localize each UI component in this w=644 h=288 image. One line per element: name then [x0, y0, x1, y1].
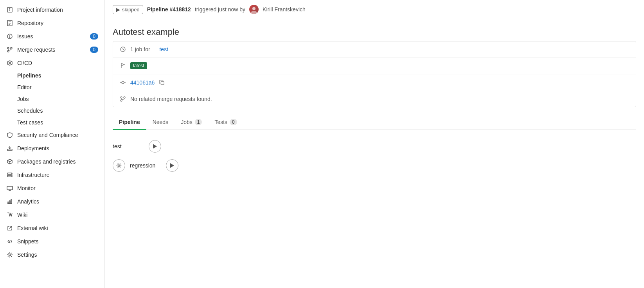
sidebar-label-merge-requests: Merge requests: [17, 47, 86, 53]
sidebar-subitem-schedules[interactable]: Schedules: [0, 105, 104, 117]
svg-point-36: [9, 254, 11, 256]
pipeline-header: ▶ skipped Pipeline #418812 triggered jus…: [105, 0, 644, 19]
svg-point-12: [7, 50, 9, 52]
shield-icon: [6, 131, 13, 139]
tab-jobs[interactable]: Jobs 1: [174, 115, 208, 130]
wiki-icon: [6, 211, 13, 218]
svg-line-17: [10, 160, 12, 162]
clock-icon: [119, 46, 126, 52]
monitor-icon: [6, 185, 13, 192]
merge-requests-icon: [6, 46, 13, 53]
job-divider: [113, 156, 636, 156]
commit-hash-link[interactable]: 441061a6: [130, 79, 155, 86]
sidebar-item-security[interactable]: Security and Compliance: [0, 128, 104, 142]
svg-line-31: [8, 240, 9, 241]
sidebar-item-packages[interactable]: Packages and registries: [0, 155, 104, 168]
merge-request-icon: [119, 96, 126, 102]
sidebar-item-external-wiki[interactable]: External wiki: [0, 221, 104, 235]
svg-rect-23: [7, 186, 13, 190]
sidebar-label-external-wiki: External wiki: [17, 225, 98, 231]
settings-icon: [6, 251, 13, 258]
pipeline-prefix: Pipeline: [147, 6, 170, 13]
sidebar-item-monitor[interactable]: Monitor: [0, 182, 104, 195]
svg-rect-46: [161, 81, 164, 85]
skipped-badge: ▶ skipped: [113, 5, 143, 14]
sidebar-label-cicd: CI/CD: [17, 60, 98, 66]
job-count-row: 1 job for test: [113, 41, 636, 58]
sidebar-item-analytics[interactable]: Analytics: [0, 195, 104, 208]
issues-badge: 0: [90, 33, 98, 40]
sidebar-item-project-information[interactable]: Project information: [0, 3, 104, 16]
sidebar-label-analytics: Analytics: [17, 198, 98, 205]
svg-point-11: [11, 47, 12, 49]
svg-line-30: [9, 226, 12, 229]
svg-point-10: [7, 47, 9, 49]
svg-point-14: [9, 62, 11, 64]
sidebar-item-infrastructure[interactable]: Infrastructure: [0, 168, 104, 182]
merge-requests-badge: 0: [90, 47, 98, 53]
gear-status-icon: [113, 159, 125, 172]
info-icon: [6, 6, 13, 13]
sidebar-item-cicd[interactable]: CI/CD: [0, 56, 104, 70]
pipeline-number: #418812: [169, 6, 191, 13]
sidebar-subitem-pipelines[interactable]: Pipelines: [0, 70, 104, 81]
sidebar-subitem-editor[interactable]: Editor: [0, 81, 104, 93]
svg-line-32: [8, 241, 9, 243]
sidebar-label-monitor: Monitor: [17, 185, 98, 191]
svg-point-38: [251, 11, 257, 14]
svg-point-9: [10, 38, 10, 38]
merge-request-row: No related merge requests found.: [113, 91, 636, 107]
svg-line-33: [11, 240, 12, 241]
sidebar-item-merge-requests[interactable]: Merge requests 0: [0, 43, 104, 56]
job-count-text: 1 job for: [130, 46, 150, 52]
sidebar-label-deployments: Deployments: [17, 145, 98, 151]
play-button-regression[interactable]: [166, 159, 178, 172]
svg-point-48: [124, 97, 125, 98]
sidebar-label-issues: Issues: [17, 33, 86, 40]
sidebar-item-repository[interactable]: Repository: [0, 16, 104, 30]
tab-jobs-label: Jobs: [181, 119, 192, 125]
sidebar-subitem-pipelines-label: Pipelines: [17, 72, 41, 79]
sidebar-subitem-jobs[interactable]: Jobs: [0, 93, 104, 105]
branch-link[interactable]: test: [159, 46, 168, 52]
sidebar-item-deployments[interactable]: Deployments: [0, 142, 104, 155]
copy-commit-button[interactable]: [158, 79, 165, 86]
commit-row: 441061a6: [113, 74, 636, 91]
sidebar-item-wiki[interactable]: Wiki: [0, 208, 104, 221]
job-name-regression: regression: [130, 162, 161, 169]
tab-pipeline-label: Pipeline: [119, 119, 140, 125]
sidebar-label-settings: Settings: [17, 252, 98, 258]
svg-point-52: [118, 165, 120, 166]
infrastructure-icon: [6, 171, 13, 178]
svg-marker-51: [153, 144, 157, 149]
pipeline-tabs: Pipeline Needs Jobs 1 Tests 0: [113, 115, 636, 130]
job-row-test: test: [113, 138, 636, 155]
tab-needs-label: Needs: [153, 119, 168, 125]
skipped-label: skipped: [122, 7, 140, 13]
svg-line-41: [123, 49, 124, 50]
job-row-regression: regression: [113, 157, 636, 174]
sidebar-label-wiki: Wiki: [17, 212, 98, 218]
sidebar-subitem-schedules-label: Schedules: [17, 108, 43, 114]
repository-icon: [6, 20, 13, 27]
svg-line-34: [11, 241, 12, 243]
sidebar-label-snippets: Snippets: [17, 238, 98, 245]
svg-line-16: [7, 160, 10, 162]
snippets-icon: [6, 238, 13, 245]
sidebar-item-snippets[interactable]: Snippets: [0, 235, 104, 248]
page-title-section: Autotest example: [105, 19, 644, 41]
svg-point-37: [252, 7, 255, 10]
sidebar-subitem-test-cases[interactable]: Test cases: [0, 117, 104, 128]
play-button-test[interactable]: [149, 140, 161, 153]
tab-pipeline[interactable]: Pipeline: [113, 115, 146, 130]
svg-point-47: [121, 97, 122, 98]
tab-jobs-count: 1: [195, 119, 202, 125]
tab-needs[interactable]: Needs: [146, 115, 174, 130]
package-icon: [6, 158, 13, 165]
sidebar-item-issues[interactable]: Issues 0: [0, 30, 104, 43]
svg-marker-53: [170, 163, 174, 168]
sidebar-subitem-editor-label: Editor: [17, 84, 32, 90]
no-merge-requests-text: No related merge requests found.: [130, 96, 212, 102]
sidebar-item-settings[interactable]: Settings: [0, 248, 104, 261]
tab-tests[interactable]: Tests 0: [208, 115, 243, 130]
